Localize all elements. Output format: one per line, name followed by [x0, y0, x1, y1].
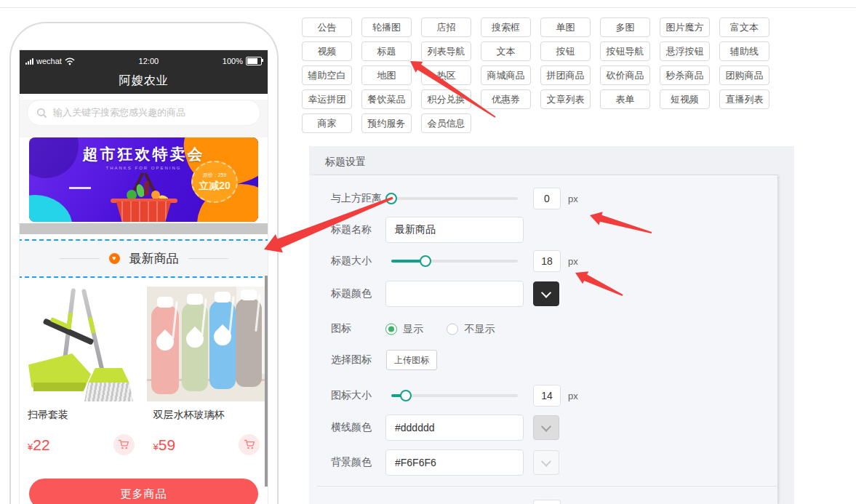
- palette-item[interactable]: 表单: [600, 89, 650, 109]
- background-color-picker-button[interactable]: [533, 450, 559, 475]
- search-input[interactable]: 输入关键字搜索您感兴趣的商品: [27, 100, 260, 126]
- slider-handle[interactable]: [420, 255, 431, 267]
- page-top-divider: [0, 7, 856, 8]
- original-price-label: 原价：259: [203, 172, 227, 179]
- product-card[interactable]: 双层水杯玻璃杯 ¥59: [147, 287, 266, 455]
- add-to-cart-button[interactable]: [113, 434, 135, 455]
- row-icon-toggle: 图标 显示 不显示: [309, 316, 777, 342]
- unit-label: px: [568, 193, 578, 204]
- battery-percent: 100%: [223, 57, 243, 65]
- palette-item[interactable]: 会员信息: [421, 113, 471, 133]
- radio-show[interactable]: [385, 323, 397, 335]
- palette-item[interactable]: 轮播图: [361, 17, 412, 37]
- row-title-size: 标题大小 px: [309, 248, 777, 274]
- field-label: 图标: [331, 322, 388, 335]
- chevron-down-icon: [541, 422, 551, 432]
- palette-item[interactable]: 积分兑换: [421, 89, 471, 109]
- banner-image[interactable]: 超市狂欢特卖会 THANKS FOR OPENING 原价：259 立减20: [29, 137, 258, 222]
- field-label: 与上方距离: [331, 192, 388, 205]
- palette-item[interactable]: 单图: [540, 17, 591, 37]
- banner-decoration: [29, 187, 79, 222]
- radio-hide[interactable]: [447, 323, 458, 335]
- palette-item[interactable]: 文本: [481, 41, 531, 61]
- app-title: 阿嫂农业: [20, 71, 268, 89]
- palette-item[interactable]: 公告: [302, 17, 352, 37]
- row-line-color: 横线颜色: [309, 415, 777, 441]
- palette-item[interactable]: 优惠券: [481, 89, 531, 109]
- discount-label: 立减20: [199, 180, 231, 193]
- field-label: 背景颜色: [331, 456, 388, 469]
- chevron-down-icon: [541, 288, 551, 298]
- palette-item[interactable]: 富文本: [719, 17, 769, 37]
- phone-screen: wechat 12:00 100% 阿嫂农业 输入关键字搜索您感兴趣的商品: [19, 49, 268, 504]
- unit-label: px: [568, 256, 578, 267]
- palette-item[interactable]: 短视频: [660, 89, 710, 109]
- radio-hide-label: 不显示: [464, 322, 495, 334]
- chevron-down-icon: [541, 457, 551, 467]
- add-to-cart-button[interactable]: [239, 434, 260, 455]
- icon-size-slider[interactable]: [391, 394, 518, 397]
- slider-handle[interactable]: [385, 193, 397, 204]
- slider-handle[interactable]: [400, 390, 412, 401]
- background-color-input[interactable]: [385, 449, 524, 476]
- palette-item[interactable]: 按钮导航: [600, 41, 650, 61]
- margin-top-value-input[interactable]: [533, 188, 561, 209]
- row-select-icon: 选择图标 上传图标: [309, 347, 777, 373]
- palette-item[interactable]: 餐饮菜品: [361, 89, 412, 109]
- spacer-strip: [20, 223, 268, 234]
- product-grid: 扫帚套装 ¥22: [20, 278, 268, 455]
- palette-item[interactable]: 砍价商品: [600, 65, 650, 85]
- title-color-picker-button[interactable]: [533, 281, 559, 306]
- palette-item[interactable]: 搜索框: [481, 17, 531, 37]
- selected-title-component[interactable]: ♥ 最新商品: [19, 239, 268, 278]
- status-bar: wechat 12:00 100% 阿嫂农业: [20, 50, 268, 94]
- page: wechat 12:00 100% 阿嫂农业 输入关键字搜索您感兴趣的商品: [0, 0, 856, 504]
- title-name-input[interactable]: [385, 217, 524, 243]
- title-size-value-input[interactable]: [533, 250, 561, 272]
- palette-item[interactable]: 辅助空白: [302, 65, 352, 85]
- product-card[interactable]: 扫帚套装 ¥22: [21, 287, 140, 455]
- component-palette: 公告轮播图店招搜索框单图多图图片魔方富文本视频标题列表导航文本按钮按钮导航悬浮按…: [302, 17, 782, 133]
- phone-scrollbar[interactable]: [265, 276, 268, 487]
- palette-item[interactable]: 商城商品: [481, 65, 531, 85]
- upload-icon-button[interactable]: 上传图标: [386, 350, 437, 370]
- field-label: 标题大小: [331, 255, 388, 268]
- line-color-input[interactable]: [385, 415, 524, 441]
- discount-badge: 原价：259 立减20: [191, 161, 238, 203]
- line-color-picker-button[interactable]: [533, 415, 559, 440]
- battery-icon: [246, 57, 262, 65]
- banner-title: 超市狂欢特卖会: [29, 144, 258, 164]
- palette-item[interactable]: 预约服务: [361, 113, 412, 133]
- cart-icon: [244, 439, 255, 450]
- icon-size-value-input[interactable]: [533, 385, 561, 407]
- title-left-line: [60, 258, 100, 259]
- palette-item[interactable]: 视频: [302, 41, 352, 61]
- search-icon: [36, 108, 47, 119]
- palette-item[interactable]: 热区: [421, 65, 471, 85]
- palette-item[interactable]: 拼团商品: [540, 65, 591, 85]
- palette-item[interactable]: 团购商品: [719, 65, 769, 85]
- margin-top-slider[interactable]: [391, 197, 518, 200]
- product-name: 扫帚套装: [21, 401, 140, 422]
- palette-item[interactable]: 多图: [600, 17, 650, 37]
- palette-item[interactable]: 列表导航: [421, 41, 471, 61]
- palette-item[interactable]: 幸运拼团: [302, 89, 352, 109]
- palette-item[interactable]: 图片魔方: [660, 17, 710, 37]
- palette-item[interactable]: 店招: [421, 17, 471, 37]
- title-size-slider[interactable]: [391, 260, 518, 263]
- palette-item[interactable]: 直播列表: [719, 89, 769, 109]
- palette-item[interactable]: 标题: [361, 41, 412, 61]
- palette-item[interactable]: 秒杀商品: [660, 65, 710, 85]
- more-products-button[interactable]: 更多商品: [29, 479, 258, 504]
- palette-item[interactable]: 辅助线: [719, 41, 769, 61]
- palette-item[interactable]: 地图: [361, 65, 412, 85]
- row-background-color: 背景颜色: [309, 449, 777, 476]
- palette-item[interactable]: 按钮: [540, 41, 591, 61]
- cart-icon: [118, 439, 129, 450]
- palette-item[interactable]: 商家: [302, 113, 352, 133]
- partial-value-input[interactable]: [533, 500, 561, 504]
- palette-item[interactable]: 文章列表: [540, 89, 591, 109]
- title-color-input[interactable]: [385, 281, 524, 307]
- palette-item[interactable]: 悬浮按钮: [660, 41, 710, 61]
- product-name: 双层水杯玻璃杯: [147, 401, 266, 422]
